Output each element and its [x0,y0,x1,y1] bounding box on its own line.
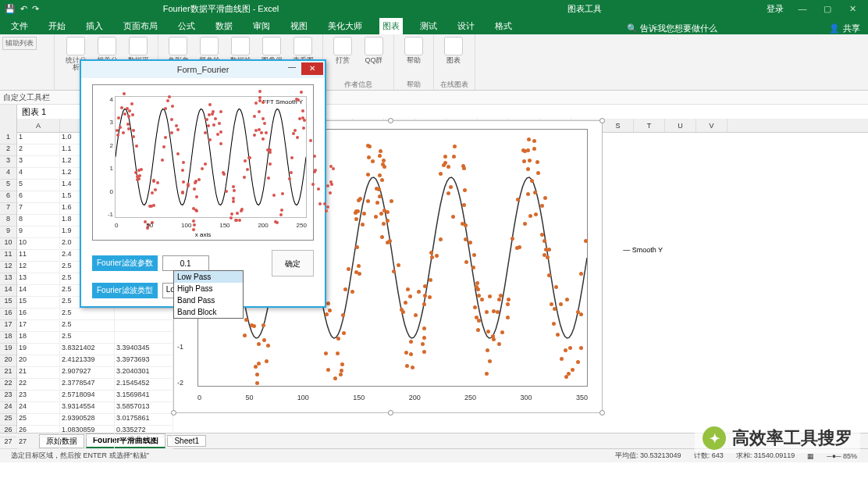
fourier-param-button[interactable]: Fourier滤波参数 [92,255,158,271]
cell[interactable]: 9 [17,227,60,238]
cell[interactable]: 4 [17,168,60,180]
row-header[interactable]: 15 [0,297,16,309]
ribbon-tab[interactable]: 图表 [379,18,403,34]
cell[interactable]: 3.8321402 [60,344,115,355]
row-header[interactable]: 22 [0,379,16,391]
qq-group-button[interactable]: QQ群 [361,37,387,64]
row-header[interactable]: 3 [0,156,16,168]
cell[interactable]: 5 [17,180,60,191]
redo-icon[interactable]: ↷ [32,4,39,14]
row-header[interactable]: 27 [0,437,16,449]
row-header[interactable]: 24 [0,402,16,414]
row-header[interactable]: 25 [0,414,16,426]
row-header[interactable]: 21 [0,367,16,379]
ribbon-tab[interactable]: 审阅 [250,18,273,34]
ribbon-tab[interactable]: 数据 [212,18,236,34]
cell[interactable]: 14 [17,285,60,297]
cell[interactable]: 1 [17,133,60,144]
cell[interactable]: 2.5 [60,332,115,344]
close-button[interactable]: ✕ [841,4,863,14]
cell[interactable]: 10 [17,238,60,250]
form-close-icon[interactable]: ✕ [301,62,323,75]
row-header[interactable]: 9 [0,227,16,238]
cell[interactable]: 13 [17,273,60,285]
filter-type-dropdown[interactable]: Low PassHigh PassBand PassBand Block [173,270,244,319]
row-header[interactable]: 1 [0,133,16,144]
cell[interactable]: 20 [17,355,60,367]
cell[interactable]: 19 [17,344,60,355]
row-header[interactable]: 6 [0,191,16,203]
cell[interactable] [115,320,173,332]
column-header[interactable]: V [696,119,727,132]
cell[interactable]: 12 [17,262,60,273]
cell[interactable]: 11 [17,250,60,262]
zoom-slider[interactable]: ─●─ 85% [827,452,857,460]
cell[interactable]: 3.9314554 [60,402,115,414]
cell[interactable]: 27 [17,437,60,449]
fourier-param-input[interactable] [162,255,209,271]
cell[interactable]: 26 [17,426,60,437]
cell[interactable]: 6 [17,191,60,203]
column-header[interactable]: S [603,119,634,132]
ribbon-tab[interactable]: 公式 [175,18,198,34]
cell[interactable]: 2.907927 [60,367,115,379]
ribbon-tab[interactable]: 测试 [417,18,440,34]
cell[interactable]: 16 [17,309,60,320]
ribbon-tab[interactable]: 设计 [454,18,478,34]
undo-icon[interactable]: ↶ [20,4,27,14]
cell[interactable]: 3.1569841 [115,391,173,402]
cell[interactable]: 3.3940345 [115,344,173,355]
row-header[interactable]: 18 [0,332,16,344]
chart-resize-handle[interactable] [171,410,176,416]
cell[interactable]: 3.2040301 [115,367,173,379]
cell[interactable]: 0.335272 [115,426,173,437]
row-header[interactable]: 8 [0,215,16,227]
row-header[interactable]: 12 [0,262,16,273]
minimize-button[interactable]: — [792,4,813,14]
chart-resize-handle[interactable] [388,118,393,123]
cell[interactable]: 8 [17,215,60,227]
form-minimize-icon[interactable]: — [284,62,300,75]
cell[interactable]: 3.5857013 [115,402,173,414]
dropdown-option[interactable]: Band Block [174,306,243,318]
view-normal-icon[interactable]: ▦ [807,452,814,460]
cell[interactable]: 7 [17,203,60,215]
cell[interactable] [115,437,173,449]
cell[interactable]: 3 [17,156,60,168]
row-header[interactable]: 13 [0,273,16,285]
row-header[interactable]: 7 [0,203,16,215]
row-header[interactable]: 26 [0,426,16,437]
row-headers[interactable]: 1234567891011121314151617181920212223242… [0,105,17,433]
account-label[interactable]: 登录 [767,3,784,15]
tell-me-box[interactable]: 🔍 告诉我您想要做什么 [627,23,717,34]
cell[interactable]: 2.1545452 [115,379,173,391]
row-header[interactable]: 14 [0,285,16,297]
ribbon-tab[interactable]: 开始 [45,18,69,34]
save-icon[interactable]: 💾 [5,4,16,14]
share-button[interactable]: 👤 共享 [829,23,860,34]
column-header[interactable]: A [17,119,60,132]
online-chart-button[interactable]: 图表 [440,37,467,64]
chart-resize-handle[interactable] [388,410,393,416]
cell[interactable]: 24 [17,402,60,414]
dropdown-option[interactable]: High Pass [174,283,243,294]
row-header[interactable]: 16 [0,309,16,320]
cell[interactable]: 18 [17,332,60,344]
reward-button[interactable]: 打赏 [329,37,356,64]
cell[interactable] [115,332,173,344]
ribbon-tab[interactable]: 文件 [8,18,31,34]
name-box[interactable]: 自定义工具栏 [3,92,50,103]
cell[interactable]: 17 [17,320,60,332]
row-header[interactable]: 11 [0,250,16,262]
row-header[interactable]: 10 [0,238,16,250]
help-button[interactable]: 帮助 [400,37,427,64]
column-header[interactable]: U [665,119,696,132]
cell[interactable]: 2.3778547 [60,379,115,391]
cell[interactable]: 3.3973693 [115,355,173,367]
row-header[interactable]: 4 [0,168,16,180]
cell[interactable]: 2.5718094 [60,391,115,402]
cell[interactable]: 2.4121339 [60,355,115,367]
cell[interactable]: 15 [17,297,60,309]
fourier-form-titlebar[interactable]: Form_Fourier — ✕ [81,61,325,78]
row-header[interactable]: 17 [0,320,16,332]
